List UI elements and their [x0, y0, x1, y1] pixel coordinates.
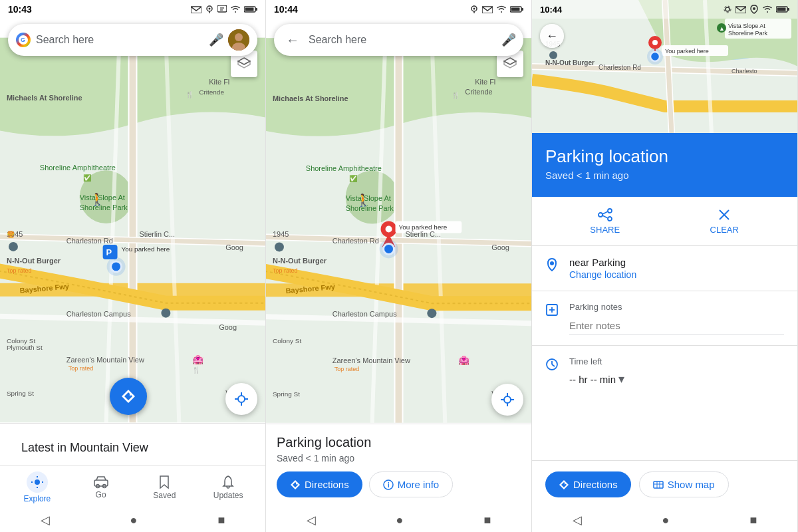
parking-info-2: Parking location Saved < 1 min ago Direc…	[266, 424, 531, 508]
back-arrow-p3[interactable]: ←	[540, 24, 564, 48]
nav-saved[interactable]: Saved	[133, 472, 197, 503]
gmail-icon-p3	[735, 5, 746, 13]
more-info-button-2[interactable]: i More info	[369, 471, 454, 497]
svg-text:Charleston Rd: Charleston Rd	[598, 64, 641, 71]
battery-icon-2	[510, 5, 523, 13]
time-selector[interactable]: -- hr -- min ▾	[569, 372, 784, 386]
svg-marker-135	[504, 61, 516, 68]
svg-text:Colony St: Colony St	[273, 337, 301, 344]
svg-point-112	[386, 226, 392, 233]
directions-button-2[interactable]: Directions	[277, 471, 362, 497]
search-input-2[interactable]: Search here	[309, 34, 497, 46]
p3-content: Parking location Saved < 1 min ago SHARE	[532, 133, 797, 532]
svg-point-168	[652, 40, 658, 45]
back-btn-1[interactable]: ◁	[41, 513, 50, 527]
nav-updates[interactable]: Updates	[196, 472, 260, 503]
directions-fab-1[interactable]	[110, 378, 147, 415]
svg-text:Kite Fl: Kite Fl	[475, 78, 495, 86]
location-detail-content: near Parking Change location	[569, 257, 784, 280]
svg-text:Charlesto: Charlesto	[732, 68, 757, 74]
svg-point-171	[647, 49, 663, 65]
mic-icon-1[interactable]: 🎤	[209, 33, 223, 47]
svg-text:🚶: 🚶	[90, 192, 105, 207]
home-btn-3[interactable]: ●	[662, 513, 670, 527]
svg-text:Goog: Goog	[491, 243, 509, 251]
svg-text:Zareen's Mountain View: Zareen's Mountain View	[332, 356, 410, 364]
status-bar-2: 10:44	[266, 0, 531, 19]
recent-btn-3[interactable]: ■	[750, 513, 757, 527]
back-btn-3[interactable]: ◁	[573, 513, 582, 527]
directions-button-p3[interactable]: Directions	[545, 471, 631, 497]
svg-text:Plymouth St: Plymouth St	[7, 344, 43, 351]
svg-point-116	[380, 239, 398, 258]
map-area-2[interactable]: Michaels At Shoreline 🍴 Kite Fl Critende…	[266, 37, 531, 424]
time-value: -- hr -- min	[569, 374, 616, 385]
home-btn-2[interactable]: ●	[396, 513, 404, 527]
my-location-button-1[interactable]	[225, 383, 257, 415]
google-logo-1: G	[16, 33, 31, 47]
svg-text:1945: 1945	[273, 230, 289, 238]
nav-updates-label: Updates	[213, 491, 243, 500]
home-btn-1[interactable]: ●	[130, 513, 138, 527]
mic-icon-2[interactable]: 🎤	[502, 33, 515, 47]
parking-header-title: Parking location	[545, 146, 784, 167]
svg-text:N-N-Out Burger: N-N-Out Burger	[545, 59, 595, 66]
svg-text:🚶: 🚶	[356, 193, 371, 207]
search-bar-2[interactable]: ← Search here 🎤	[266, 19, 531, 61]
car-icon	[93, 475, 109, 489]
status-icons-1	[191, 5, 257, 13]
svg-text:Charleston Campus: Charleston Campus	[332, 310, 397, 318]
p3-map-svg: Vista Slope At Shoreline Park ▲ You park…	[532, 0, 797, 133]
directions-icon-fab-1	[120, 388, 137, 405]
svg-text:✅: ✅	[83, 174, 92, 182]
search-input-1[interactable]: Search here	[36, 34, 204, 46]
back-btn-2[interactable]: ◁	[307, 513, 316, 527]
nav-explore[interactable]: Explore	[5, 469, 69, 506]
svg-point-48	[161, 309, 170, 318]
svg-text:N-N-Out Burger: N-N-Out Burger	[7, 257, 61, 265]
recent-btn-2[interactable]: ■	[484, 513, 491, 527]
search-bar-1[interactable]: G Search here 🎤	[0, 19, 265, 61]
map-area-1[interactable]: Michaels At Shoreline 🍴 Kite Fl Critende…	[0, 37, 265, 423]
notes-input[interactable]	[569, 317, 784, 334]
svg-text:Shoreline Amphitheatre: Shoreline Amphitheatre	[40, 164, 116, 172]
gmail-icon-2	[482, 5, 493, 13]
notes-content: Parking notes	[569, 302, 784, 334]
location-near-text: near Parking	[569, 257, 784, 268]
crosshair-icon-1	[233, 391, 249, 407]
recent-btn-1[interactable]: ■	[218, 513, 225, 527]
panel-3: 10:44	[532, 0, 798, 532]
p3-status-icons	[723, 5, 789, 14]
explore-dot	[27, 471, 48, 493]
svg-text:Michaels At Shoreline: Michaels At Shoreline	[7, 94, 82, 102]
svg-text:i: i	[388, 481, 390, 489]
status-icons-2	[469, 5, 523, 13]
svg-text:Charleston Rd: Charleston Rd	[66, 237, 113, 245]
avatar-1[interactable]	[228, 29, 249, 51]
svg-text:Goog: Goog	[225, 243, 243, 251]
wifi-icon-1	[230, 5, 241, 13]
svg-rect-194	[654, 481, 663, 488]
maps-pin-icon-2	[469, 5, 479, 13]
svg-text:Top rated: Top rated	[334, 366, 359, 372]
back-arrow-2[interactable]: ←	[282, 29, 303, 51]
wifi-icon-p3	[762, 5, 773, 13]
svg-text:P: P	[106, 247, 112, 257]
time-dropdown-icon[interactable]: ▾	[618, 372, 624, 386]
map-icon-p3	[653, 479, 664, 490]
svg-point-149	[753, 7, 755, 10]
my-location-button-2[interactable]	[491, 384, 523, 416]
nav-go[interactable]: Go	[69, 473, 133, 502]
share-action[interactable]: SHARE	[545, 207, 665, 235]
show-map-button-p3[interactable]: Show map	[639, 471, 729, 497]
clear-label: CLEAR	[710, 225, 739, 235]
svg-rect-151	[777, 8, 786, 11]
svg-point-13	[235, 33, 243, 41]
nav-explore-label: Explore	[24, 494, 51, 503]
svg-text:Top rated: Top rated	[273, 267, 297, 274]
change-location-link[interactable]: Change location	[569, 269, 784, 280]
p3-map[interactable]: 10:44	[532, 0, 797, 133]
svg-text:Stierlin C...: Stierlin C...	[405, 230, 441, 238]
clear-action[interactable]: CLEAR	[665, 207, 785, 235]
crosshair-icon-2	[499, 392, 515, 408]
